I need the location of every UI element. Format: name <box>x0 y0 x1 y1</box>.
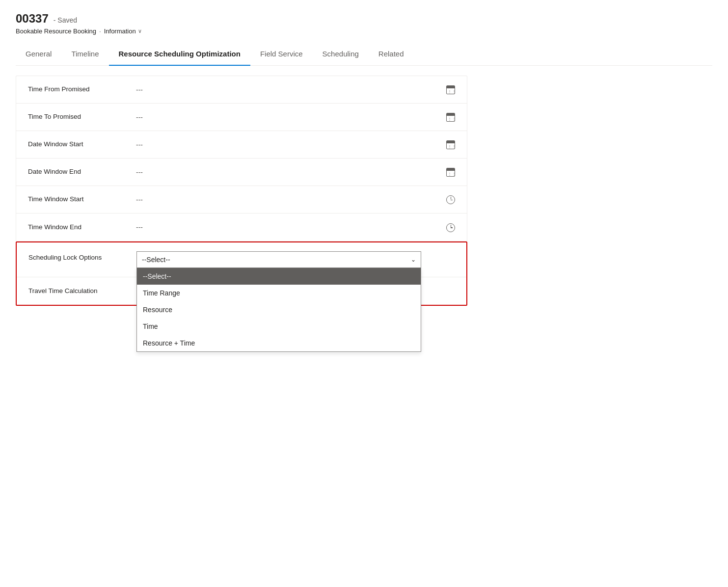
header-title-area: 00337 - Saved <box>16 12 712 26</box>
tabs-bar: General Timeline Resource Scheduling Opt… <box>16 44 712 66</box>
calendar-icon-date-window-start[interactable] <box>446 139 455 150</box>
dropdown-option-resource[interactable]: Resource <box>137 301 421 318</box>
clock-icon-time-window-start[interactable] <box>446 194 455 205</box>
label-time-from-promised: Time From Promised <box>28 85 136 94</box>
value-date-window-start: --- <box>136 139 455 150</box>
current-view-dropdown[interactable]: Information ∨ <box>104 27 142 35</box>
tab-timeline[interactable]: Timeline <box>61 44 108 66</box>
tab-related[interactable]: Related <box>369 44 414 66</box>
dropdown-option-time[interactable]: Time <box>137 318 421 335</box>
entity-name: Bookable Resource Booking <box>16 27 96 35</box>
breadcrumb-chevron-icon: ∨ <box>138 28 142 34</box>
value-time-window-end: --- <box>136 222 455 233</box>
scheduling-lock-select[interactable]: --Select-- ⌄ <box>136 251 421 268</box>
scheduling-lock-dropdown-list: --Select-- Time Range Resource Time Reso… <box>136 268 421 352</box>
dropdown-option-resource-time[interactable]: Resource + Time <box>137 335 421 351</box>
label-date-window-start: Date Window Start <box>28 140 136 149</box>
saved-label: - Saved <box>54 16 77 24</box>
scheduling-lock-select-wrapper[interactable]: --Select-- ⌄ --Select-- Time Range Resou… <box>136 251 421 268</box>
select-chevron-icon: ⌄ <box>411 256 416 263</box>
breadcrumb: Bookable Resource Booking · Information … <box>16 27 712 35</box>
value-time-from-promised: --- <box>136 84 455 95</box>
tab-rso[interactable]: Resource Scheduling Optimization <box>109 44 250 66</box>
field-row-date-window-end: Date Window End --- <box>16 159 467 186</box>
dropdown-option-time-range[interactable]: Time Range <box>137 285 421 301</box>
label-scheduling-lock-options: Scheduling Lock Options <box>28 251 136 263</box>
tab-field-service[interactable]: Field Service <box>250 44 313 66</box>
value-time-window-start: --- <box>136 194 455 205</box>
value-time-to-promised: --- <box>136 112 455 122</box>
calendar-icon-time-from-promised[interactable] <box>446 84 455 95</box>
field-row-time-from-promised: Time From Promised --- <box>16 76 467 104</box>
label-travel-time-calculation: Travel Time Calculation <box>28 287 136 296</box>
current-view-label: Information <box>104 27 136 35</box>
tab-general[interactable]: General <box>16 44 61 66</box>
select-display-text: --Select-- <box>142 256 170 264</box>
field-row-scheduling-lock-options: Scheduling Lock Options --Select-- ⌄ --S… <box>17 242 466 277</box>
field-row-date-window-start: Date Window Start --- <box>16 131 467 159</box>
label-time-to-promised: Time To Promised <box>28 112 136 122</box>
field-row-time-window-start: Time Window Start --- <box>16 186 467 213</box>
breadcrumb-separator: · <box>99 27 101 35</box>
dropdown-option-select[interactable]: --Select-- <box>137 268 421 285</box>
clock-icon-time-window-end[interactable] <box>446 222 455 233</box>
tab-scheduling[interactable]: Scheduling <box>313 44 369 66</box>
label-time-window-end: Time Window End <box>28 223 136 232</box>
content-area: Time From Promised --- Time To Promised … <box>16 66 712 316</box>
page-container: 00337 - Saved Bookable Resource Booking … <box>0 0 728 587</box>
highlighted-section: Scheduling Lock Options --Select-- ⌄ --S… <box>16 241 467 306</box>
form-card: Time From Promised --- Time To Promised … <box>16 76 467 241</box>
value-date-window-end: --- <box>136 167 455 177</box>
label-time-window-start: Time Window Start <box>28 195 136 204</box>
calendar-icon-time-to-promised[interactable] <box>446 112 455 122</box>
record-id: 00337 <box>16 12 49 26</box>
field-row-time-to-promised: Time To Promised --- <box>16 104 467 131</box>
value-scheduling-lock-options: --Select-- ⌄ --Select-- Time Range Resou… <box>136 251 455 268</box>
calendar-icon-date-window-end[interactable] <box>446 167 455 177</box>
field-row-time-window-end: Time Window End --- <box>16 213 467 241</box>
label-date-window-end: Date Window End <box>28 167 136 177</box>
